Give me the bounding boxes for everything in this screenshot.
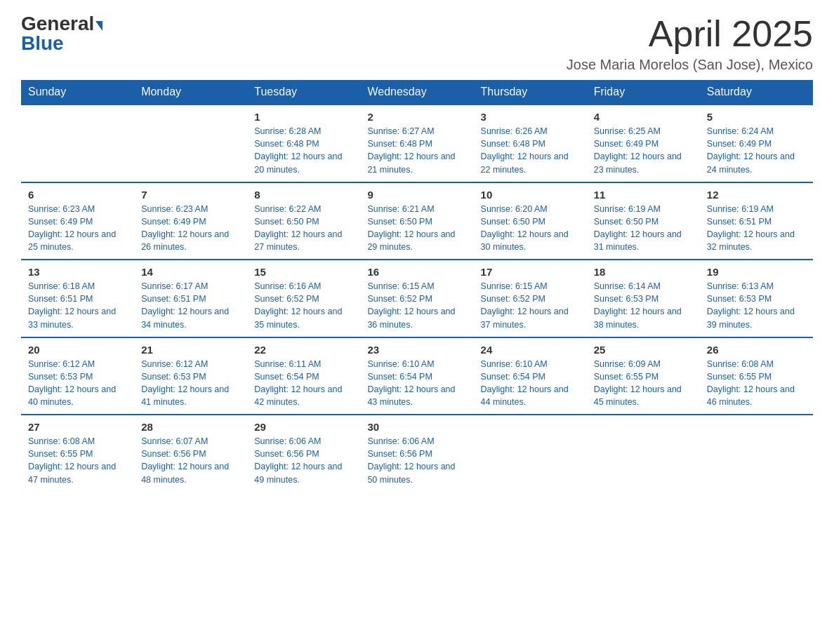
day-info: Sunrise: 6:09 AMSunset: 6:55 PMDaylight:… (594, 358, 693, 409)
day-number: 21 (141, 344, 240, 356)
calendar-cell (134, 105, 247, 182)
day-info: Sunrise: 6:11 AMSunset: 6:54 PMDaylight:… (254, 358, 353, 409)
title-area: April 2025 Jose Maria Morelos (San Jose)… (567, 14, 813, 73)
calendar-cell: 21Sunrise: 6:12 AMSunset: 6:53 PMDayligh… (134, 337, 247, 415)
day-info: Sunrise: 6:15 AMSunset: 6:52 PMDaylight:… (367, 280, 466, 331)
day-number: 25 (594, 344, 693, 356)
day-info: Sunrise: 6:06 AMSunset: 6:56 PMDaylight:… (254, 435, 353, 486)
day-number: 3 (481, 111, 580, 123)
day-info: Sunrise: 6:08 AMSunset: 6:55 PMDaylight:… (28, 435, 127, 486)
day-info: Sunrise: 6:22 AMSunset: 6:50 PMDaylight:… (254, 203, 353, 254)
day-info: Sunrise: 6:15 AMSunset: 6:52 PMDaylight:… (481, 280, 580, 331)
calendar-cell: 4Sunrise: 6:25 AMSunset: 6:49 PMDaylight… (587, 105, 700, 182)
calendar-cell: 22Sunrise: 6:11 AMSunset: 6:54 PMDayligh… (247, 337, 360, 415)
week-row-1: 1Sunrise: 6:28 AMSunset: 6:48 PMDaylight… (21, 105, 813, 182)
calendar-cell: 29Sunrise: 6:06 AMSunset: 6:56 PMDayligh… (247, 415, 360, 500)
day-number: 28 (141, 421, 240, 433)
calendar-title: April 2025 (567, 14, 813, 54)
day-number: 27 (28, 421, 127, 433)
day-info: Sunrise: 6:23 AMSunset: 6:49 PMDaylight:… (141, 203, 240, 254)
day-header-friday: Friday (587, 80, 700, 105)
header: General Blue April 2025 Jose Maria Morel… (21, 14, 813, 73)
day-number: 9 (367, 189, 466, 201)
day-info: Sunrise: 6:10 AMSunset: 6:54 PMDaylight:… (481, 358, 580, 409)
calendar-cell: 26Sunrise: 6:08 AMSunset: 6:55 PMDayligh… (700, 337, 813, 415)
calendar-cell: 25Sunrise: 6:09 AMSunset: 6:55 PMDayligh… (587, 337, 700, 415)
calendar-cell: 14Sunrise: 6:17 AMSunset: 6:51 PMDayligh… (134, 260, 247, 337)
day-info: Sunrise: 6:17 AMSunset: 6:51 PMDaylight:… (141, 280, 240, 331)
day-info: Sunrise: 6:12 AMSunset: 6:53 PMDaylight:… (141, 358, 240, 409)
day-number: 2 (367, 111, 466, 123)
day-info: Sunrise: 6:20 AMSunset: 6:50 PMDaylight:… (481, 203, 580, 254)
calendar-cell (700, 415, 813, 500)
calendar-cell (21, 105, 134, 182)
day-info: Sunrise: 6:19 AMSunset: 6:51 PMDaylight:… (707, 203, 806, 254)
calendar-cell: 30Sunrise: 6:06 AMSunset: 6:56 PMDayligh… (360, 415, 473, 500)
calendar-cell (587, 415, 700, 500)
calendar-cell (474, 415, 587, 500)
calendar-cell: 20Sunrise: 6:12 AMSunset: 6:53 PMDayligh… (21, 337, 134, 415)
week-row-5: 27Sunrise: 6:08 AMSunset: 6:55 PMDayligh… (21, 415, 813, 500)
calendar-cell: 9Sunrise: 6:21 AMSunset: 6:50 PMDaylight… (360, 182, 473, 260)
day-number: 6 (28, 189, 127, 201)
calendar-cell: 6Sunrise: 6:23 AMSunset: 6:49 PMDaylight… (21, 182, 134, 260)
day-info: Sunrise: 6:25 AMSunset: 6:49 PMDaylight:… (594, 125, 693, 176)
day-info: Sunrise: 6:06 AMSunset: 6:56 PMDaylight:… (367, 435, 466, 486)
day-number: 12 (707, 189, 806, 201)
day-info: Sunrise: 6:19 AMSunset: 6:50 PMDaylight:… (594, 203, 693, 254)
day-number: 18 (594, 266, 693, 278)
week-row-4: 20Sunrise: 6:12 AMSunset: 6:53 PMDayligh… (21, 337, 813, 415)
day-number: 1 (254, 111, 353, 123)
day-number: 24 (481, 344, 580, 356)
calendar-cell: 11Sunrise: 6:19 AMSunset: 6:50 PMDayligh… (587, 182, 700, 260)
day-info: Sunrise: 6:07 AMSunset: 6:56 PMDaylight:… (141, 435, 240, 486)
day-number: 29 (254, 421, 353, 433)
calendar-cell: 13Sunrise: 6:18 AMSunset: 6:51 PMDayligh… (21, 260, 134, 337)
calendar-cell: 1Sunrise: 6:28 AMSunset: 6:48 PMDaylight… (247, 105, 360, 182)
day-number: 11 (594, 189, 693, 201)
day-number: 10 (481, 189, 580, 201)
day-number: 15 (254, 266, 353, 278)
day-number: 16 (367, 266, 466, 278)
day-info: Sunrise: 6:13 AMSunset: 6:53 PMDaylight:… (707, 280, 806, 331)
logo-general: General (21, 13, 94, 34)
day-header-thursday: Thursday (474, 80, 587, 105)
day-info: Sunrise: 6:28 AMSunset: 6:48 PMDaylight:… (254, 125, 353, 176)
calendar-cell: 28Sunrise: 6:07 AMSunset: 6:56 PMDayligh… (134, 415, 247, 500)
day-info: Sunrise: 6:24 AMSunset: 6:49 PMDaylight:… (707, 125, 806, 176)
day-number: 26 (707, 344, 806, 356)
day-info: Sunrise: 6:08 AMSunset: 6:55 PMDaylight:… (707, 358, 806, 409)
day-header-sunday: Sunday (21, 80, 134, 105)
day-number: 17 (481, 266, 580, 278)
calendar-cell: 24Sunrise: 6:10 AMSunset: 6:54 PMDayligh… (474, 337, 587, 415)
day-number: 19 (707, 266, 806, 278)
calendar-cell: 12Sunrise: 6:19 AMSunset: 6:51 PMDayligh… (700, 182, 813, 260)
calendar-cell: 23Sunrise: 6:10 AMSunset: 6:54 PMDayligh… (360, 337, 473, 415)
day-info: Sunrise: 6:18 AMSunset: 6:51 PMDaylight:… (28, 280, 127, 331)
calendar-cell: 16Sunrise: 6:15 AMSunset: 6:52 PMDayligh… (360, 260, 473, 337)
day-info: Sunrise: 6:21 AMSunset: 6:50 PMDaylight:… (367, 203, 466, 254)
calendar-cell: 15Sunrise: 6:16 AMSunset: 6:52 PMDayligh… (247, 260, 360, 337)
day-info: Sunrise: 6:27 AMSunset: 6:48 PMDaylight:… (367, 125, 466, 176)
day-header-saturday: Saturday (700, 80, 813, 105)
calendar-cell: 27Sunrise: 6:08 AMSunset: 6:55 PMDayligh… (21, 415, 134, 500)
logo: General Blue (21, 14, 102, 53)
day-number: 13 (28, 266, 127, 278)
calendar-cell: 17Sunrise: 6:15 AMSunset: 6:52 PMDayligh… (474, 260, 587, 337)
day-info: Sunrise: 6:14 AMSunset: 6:53 PMDaylight:… (594, 280, 693, 331)
calendar-cell: 2Sunrise: 6:27 AMSunset: 6:48 PMDaylight… (360, 105, 473, 182)
day-number: 22 (254, 344, 353, 356)
calendar-subtitle: Jose Maria Morelos (San Jose), Mexico (567, 57, 813, 73)
day-number: 23 (367, 344, 466, 356)
calendar-cell: 8Sunrise: 6:22 AMSunset: 6:50 PMDaylight… (247, 182, 360, 260)
day-number: 8 (254, 189, 353, 201)
calendar-cell: 10Sunrise: 6:20 AMSunset: 6:50 PMDayligh… (474, 182, 587, 260)
logo-triangle-icon (95, 21, 102, 31)
day-number: 30 (367, 421, 466, 433)
day-info: Sunrise: 6:16 AMSunset: 6:52 PMDaylight:… (254, 280, 353, 331)
day-number: 7 (141, 189, 240, 201)
calendar-cell: 7Sunrise: 6:23 AMSunset: 6:49 PMDaylight… (134, 182, 247, 260)
calendar-cell: 5Sunrise: 6:24 AMSunset: 6:49 PMDaylight… (700, 105, 813, 182)
day-info: Sunrise: 6:12 AMSunset: 6:53 PMDaylight:… (28, 358, 127, 409)
day-info: Sunrise: 6:10 AMSunset: 6:54 PMDaylight:… (367, 358, 466, 409)
